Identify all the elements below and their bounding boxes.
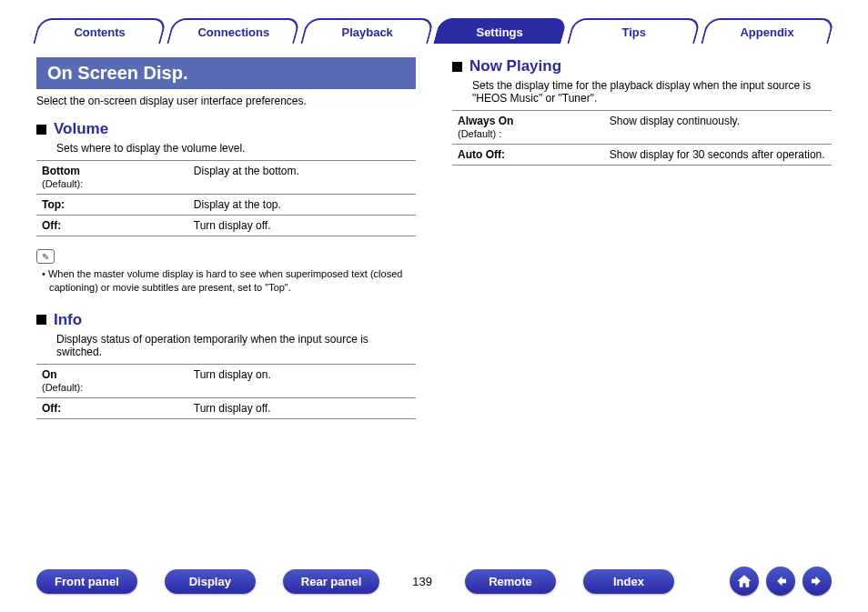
tab-contents[interactable]: Contents: [33, 18, 167, 44]
home-icon: [736, 573, 752, 589]
tab-tips[interactable]: Tips: [567, 18, 701, 44]
table-row: Always On(Default) : Show display contin…: [452, 111, 832, 145]
footer: Front panel Display Rear panel 139 Remot…: [36, 567, 832, 596]
desc-info: Displays status of operation temporarily…: [56, 333, 416, 358]
table-row: Off: Turn display off.: [36, 216, 416, 236]
bullet-icon: [452, 62, 462, 72]
table-now-playing: Always On(Default) : Show display contin…: [452, 110, 832, 166]
table-row: Auto Off: Show display for 30 seconds af…: [452, 145, 832, 166]
index-button[interactable]: Index: [583, 569, 674, 594]
tab-playback[interactable]: Playback: [300, 18, 435, 44]
desc-volume: Sets where to display the volume level.: [56, 142, 416, 155]
bullet-icon: [36, 315, 46, 325]
table-row: Off: Turn display off.: [36, 397, 416, 418]
next-button[interactable]: [802, 567, 832, 596]
top-tabs: Contents Connections Playback Settings T…: [36, 18, 832, 44]
note-icon: ✎: [36, 249, 55, 264]
table-row: Top: Display at the top.: [36, 195, 416, 216]
page-intro: Select the on-screen display user interf…: [36, 95, 416, 107]
section-volume: Volume Sets where to display the volume …: [36, 120, 416, 295]
tab-settings[interactable]: Settings: [434, 18, 569, 44]
bullet-icon: [36, 125, 46, 135]
tab-connections[interactable]: Connections: [167, 18, 301, 44]
home-button[interactable]: [730, 567, 759, 596]
heading-volume: Volume: [54, 120, 108, 138]
display-button[interactable]: Display: [165, 569, 256, 594]
rear-panel-button[interactable]: Rear panel: [283, 569, 379, 594]
table-row: On(Default): Turn display on.: [36, 364, 416, 397]
arrow-left-icon: [772, 573, 789, 589]
front-panel-button[interactable]: Front panel: [36, 569, 137, 594]
table-volume: Bottom(Default): Display at the bottom. …: [36, 160, 416, 236]
page-number: 139: [407, 575, 438, 588]
heading-info: Info: [54, 311, 82, 329]
remote-button[interactable]: Remote: [465, 569, 556, 594]
section-info: Info Displays status of operation tempor…: [36, 311, 416, 419]
section-now-playing: Now Playing Sets the display time for th…: [452, 57, 832, 166]
note-text: When the master volume display is hard t…: [36, 267, 416, 295]
prev-button[interactable]: [766, 567, 795, 596]
arrow-right-icon: [809, 573, 825, 589]
tab-appendix[interactable]: Appendix: [701, 18, 835, 44]
desc-now-playing: Sets the display time for the playback d…: [472, 79, 832, 105]
table-info: On(Default): Turn display on. Off: Turn …: [36, 364, 416, 419]
page-title: On Screen Disp.: [36, 57, 416, 89]
table-row: Bottom(Default): Display at the bottom.: [36, 161, 416, 195]
heading-now-playing: Now Playing: [469, 57, 561, 75]
